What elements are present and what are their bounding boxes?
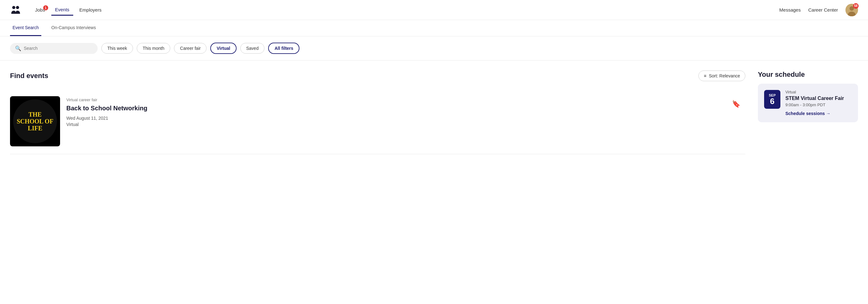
filter-career-fair[interactable]: Career fair [174, 43, 207, 54]
event-date: Wed August 11, 2021 [66, 116, 745, 121]
event-logo-text: THE SCHOOL OF LIFE [13, 108, 57, 134]
event-location: Virtual [66, 122, 745, 127]
svg-point-1 [16, 6, 19, 9]
navbar: Jobs 1 Events Employers Messages Career … [0, 0, 868, 20]
main-nav: Jobs 1 Events Employers [31, 4, 105, 16]
events-section: Find events ≡ Sort: Relevance THE SCHOOL… [10, 71, 745, 154]
event-logo: THE SCHOOL OF LIFE [13, 99, 57, 143]
search-icon: 🔍 [15, 46, 21, 51]
bookmark-button[interactable]: 🔖 [730, 98, 743, 111]
schedule-date-box: Sep 6 [764, 90, 780, 109]
filter-virtual[interactable]: Virtual [210, 43, 236, 54]
schedule-title: Your schedule [758, 71, 858, 79]
filter-this-week[interactable]: This week [101, 43, 133, 54]
tab-event-search[interactable]: Event Search [10, 20, 41, 36]
navbar-right: Messages Career Center 58 [779, 4, 858, 16]
sort-button[interactable]: ≡ Sort: Relevance [699, 71, 745, 81]
event-card: THE SCHOOL OF LIFE Virtual career fair B… [10, 89, 745, 154]
schedule-name: STEM Virtual Career Fair [785, 95, 852, 101]
jobs-badge: 1 [43, 5, 48, 10]
nav-career-center[interactable]: Career Center [808, 7, 838, 12]
search-wrap: 🔍 [10, 43, 98, 54]
schedule-tag: Virtual [785, 90, 852, 94]
tab-on-campus-interviews[interactable]: On-Campus Interviews [49, 20, 98, 36]
nav-jobs[interactable]: Jobs 1 [31, 5, 49, 15]
sort-label: Sort: Relevance [709, 73, 740, 78]
filter-this-month[interactable]: This month [137, 43, 170, 54]
avatar-wrap: 58 [845, 4, 858, 16]
event-name[interactable]: Back to School Networking [66, 105, 745, 112]
filter-all-filters[interactable]: All filters [268, 43, 300, 54]
search-input[interactable] [24, 46, 86, 51]
schedule-day: 6 [770, 97, 774, 105]
svg-point-0 [12, 6, 16, 9]
schedule-section: Your schedule Sep 6 Virtual STEM Virtual… [758, 71, 858, 154]
tabs-bar: Event Search On-Campus Interviews [0, 20, 868, 36]
bookmark-icon: 🔖 [732, 100, 740, 108]
schedule-card: Sep 6 Virtual STEM Virtual Career Fair 9… [758, 84, 858, 122]
filter-saved[interactable]: Saved [240, 43, 265, 54]
event-info: Virtual career fair Back to School Netwo… [66, 96, 745, 127]
logo[interactable] [10, 4, 21, 16]
nav-employers[interactable]: Employers [76, 5, 105, 15]
sort-icon: ≡ [704, 73, 706, 78]
schedule-sessions-link[interactable]: Schedule sessions → [785, 111, 831, 116]
nav-messages[interactable]: Messages [779, 7, 801, 12]
main-content: Find events ≡ Sort: Relevance THE SCHOOL… [0, 60, 868, 154]
nav-events[interactable]: Events [51, 4, 73, 16]
notifications-badge: 58 [853, 3, 859, 9]
event-image: THE SCHOOL OF LIFE [10, 96, 60, 146]
schedule-time: 9:00am - 3:00pm PDT [785, 103, 852, 107]
schedule-info: Virtual STEM Virtual Career Fair 9:00am … [785, 90, 852, 116]
filter-bar: 🔍 This week This month Career fair Virtu… [0, 36, 868, 60]
events-header: Find events ≡ Sort: Relevance [10, 71, 745, 81]
events-title: Find events [10, 72, 48, 80]
event-type: Virtual career fair [66, 98, 745, 102]
